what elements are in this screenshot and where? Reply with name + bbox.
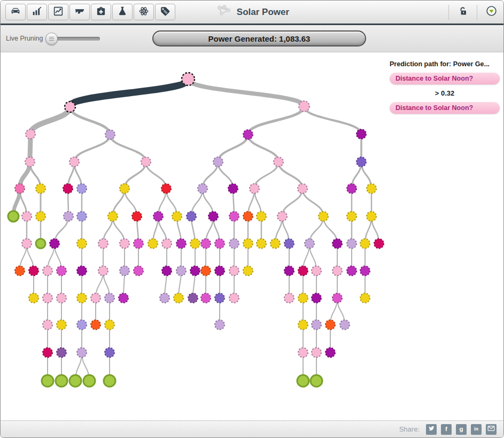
tree-node[interactable]: [134, 266, 143, 276]
tree-node[interactable]: [105, 348, 114, 357]
tree-node[interactable]: [229, 212, 239, 221]
tree-node[interactable]: [229, 266, 239, 276]
tree-node[interactable]: [347, 266, 356, 276]
car-dataset-button[interactable]: [5, 4, 26, 20]
tree-node[interactable]: [325, 320, 335, 330]
tree-leaf-node[interactable]: [297, 375, 309, 387]
tree-node[interactable]: [36, 212, 45, 221]
tree-node[interactable]: [228, 184, 238, 193]
tree-leaf-node[interactable]: [36, 239, 45, 248]
tree-node[interactable]: [257, 239, 266, 248]
tree-node[interactable]: [77, 239, 87, 248]
tree-node[interactable]: [298, 266, 308, 276]
tree-node[interactable]: [29, 293, 38, 303]
tree-node[interactable]: [325, 348, 335, 357]
tree-node[interactable]: [120, 266, 129, 276]
tree-node[interactable]: [347, 184, 356, 193]
tree-node[interactable]: [312, 320, 321, 330]
tree-node[interactable]: [229, 239, 239, 248]
tree-node-on-prediction-path[interactable]: [65, 101, 75, 112]
tree-node[interactable]: [340, 320, 350, 330]
tree-node[interactable]: [43, 348, 52, 357]
tree-node[interactable]: [105, 130, 115, 139]
tree-node[interactable]: [187, 212, 196, 221]
tree-node[interactable]: [215, 239, 224, 248]
live-pruning-slider[interactable]: [48, 32, 101, 45]
tree-node[interactable]: [201, 293, 211, 303]
share-email-button[interactable]: [486, 424, 497, 435]
tree-node-on-prediction-path[interactable]: [182, 73, 195, 85]
atom-dataset-button[interactable]: [134, 4, 154, 20]
share-facebook-button[interactable]: f: [441, 424, 452, 435]
tree-node[interactable]: [208, 212, 218, 221]
tree-node[interactable]: [119, 293, 128, 303]
tree-node[interactable]: [162, 266, 172, 276]
tree-node[interactable]: [43, 320, 52, 330]
line-chart-dataset-button[interactable]: [48, 4, 68, 20]
tree-node[interactable]: [284, 293, 294, 303]
tree-leaf-node[interactable]: [8, 211, 19, 222]
tree-node[interactable]: [332, 266, 342, 276]
tree-node[interactable]: [176, 266, 186, 276]
lock-button[interactable]: [454, 4, 472, 20]
tree-leaf-node[interactable]: [104, 375, 115, 387]
tree-node[interactable]: [77, 266, 87, 276]
tree-node[interactable]: [243, 266, 253, 276]
tree-node[interactable]: [22, 212, 32, 221]
tree-node[interactable]: [332, 293, 342, 303]
tree-node[interactable]: [284, 266, 294, 276]
tree-node[interactable]: [298, 320, 308, 330]
tree-node[interactable]: [360, 266, 370, 276]
tree-node[interactable]: [360, 293, 370, 303]
tree-node[interactable]: [243, 130, 253, 139]
slider-track[interactable]: [52, 37, 100, 41]
tree-leaf-node[interactable]: [311, 375, 322, 387]
tree-node[interactable]: [213, 157, 223, 167]
tree-node[interactable]: [367, 184, 376, 193]
bar-chart-dataset-button[interactable]: [27, 4, 47, 20]
tree-node[interactable]: [257, 212, 266, 221]
tree-node[interactable]: [174, 293, 183, 303]
tree-leaf-node[interactable]: [56, 375, 67, 387]
tree-node[interactable]: [15, 266, 25, 276]
tree-node[interactable]: [63, 184, 73, 193]
tree-node[interactable]: [161, 184, 171, 193]
tree-node[interactable]: [356, 129, 366, 139]
tree-node[interactable]: [243, 239, 253, 248]
tree-node[interactable]: [298, 348, 308, 357]
tree-node[interactable]: [134, 239, 143, 248]
tree-node[interactable]: [319, 212, 328, 221]
slider-handle[interactable]: [45, 33, 58, 45]
tree-node[interactable]: [57, 266, 66, 276]
tree-node[interactable]: [243, 212, 253, 221]
tree-node[interactable]: [153, 212, 163, 221]
tree-node[interactable]: [148, 239, 158, 248]
share-linkedin-button[interactable]: in: [471, 424, 482, 435]
tree-node[interactable]: [29, 266, 38, 276]
tree-node[interactable]: [201, 266, 211, 276]
flask-dataset-button[interactable]: [112, 4, 133, 20]
tree-node[interactable]: [57, 348, 66, 357]
tree-node[interactable]: [190, 266, 200, 276]
tree-node[interactable]: [277, 212, 287, 221]
tree-node[interactable]: [160, 293, 169, 303]
tree-node[interactable]: [105, 293, 114, 303]
tree-node[interactable]: [98, 266, 108, 276]
tree-node[interactable]: [22, 239, 32, 248]
tree-leaf-node[interactable]: [83, 375, 95, 387]
tree-node[interactable]: [367, 212, 376, 221]
tree-node[interactable]: [176, 239, 186, 248]
tree-node[interactable]: [201, 239, 211, 248]
tree-node[interactable]: [298, 184, 307, 193]
tree-leaf-node[interactable]: [69, 375, 81, 387]
tree-node[interactable]: [172, 212, 182, 221]
tree-node[interactable]: [91, 293, 100, 303]
share-googleplus-button[interactable]: g: [456, 424, 467, 435]
tree-node[interactable]: [312, 266, 321, 276]
tree-node[interactable]: [77, 348, 87, 357]
tree-node[interactable]: [69, 157, 79, 167]
tree-node[interactable]: [162, 239, 172, 248]
tree-node[interactable]: [374, 239, 384, 248]
tree-node[interactable]: [77, 212, 87, 221]
tree-node[interactable]: [15, 184, 25, 193]
